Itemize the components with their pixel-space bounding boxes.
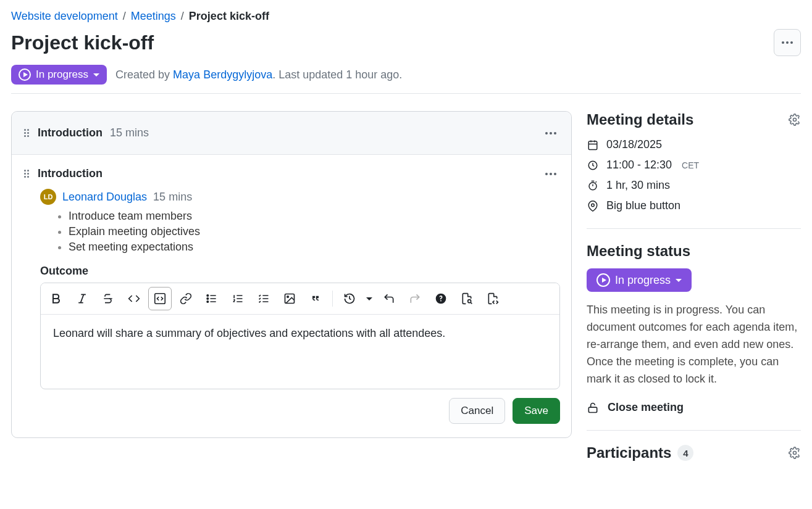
agenda-card: Introduction 15 mins Introduction	[11, 111, 572, 438]
close-meeting-button[interactable]: Close meeting	[587, 401, 801, 414]
code-block-button[interactable]	[148, 287, 172, 310]
list-item: Set meeting expectations	[69, 241, 560, 254]
agenda-header-more[interactable]	[542, 128, 560, 138]
svg-point-9	[207, 298, 209, 300]
help-button[interactable]	[429, 287, 453, 310]
breadcrumb-link-project[interactable]: Website development	[11, 10, 118, 23]
meeting-time: 11:00 - 12:30 CET	[587, 159, 801, 172]
agenda-bullets: Introduce team members Explain meeting o…	[57, 210, 560, 254]
link-button[interactable]	[174, 287, 198, 310]
divider	[587, 430, 801, 431]
status-label: In progress	[36, 68, 88, 81]
meeting-details-heading: Meeting details	[587, 111, 789, 128]
play-circle-icon	[596, 273, 610, 287]
image-icon	[283, 292, 296, 305]
status-label: In progress	[615, 274, 671, 287]
svg-point-18	[287, 296, 289, 298]
quote-icon	[309, 292, 322, 305]
chevron-down-icon	[366, 297, 372, 300]
outcome-textarea[interactable]: Leonard will share a summary of objectiv…	[41, 315, 559, 389]
drag-handle-icon[interactable]	[23, 168, 30, 180]
numbered-list-button[interactable]	[226, 287, 249, 310]
breadcrumb-current: Project kick-off	[189, 10, 269, 23]
file-preview-icon	[461, 292, 473, 305]
strikethrough-icon	[102, 292, 114, 305]
status-dropdown-side[interactable]: In progress	[587, 268, 692, 292]
bullet-list-icon	[206, 292, 218, 305]
svg-point-33	[793, 452, 797, 455]
task-list-button[interactable]	[252, 287, 275, 310]
bold-button[interactable]	[44, 287, 68, 310]
meeting-date: 03/18/2025	[587, 138, 801, 151]
agenda-header: Introduction 15 mins	[12, 112, 571, 155]
meeting-location: Big blue button	[587, 199, 801, 212]
ellipsis-icon	[782, 41, 793, 44]
svg-point-31	[592, 204, 595, 207]
inline-code-button[interactable]	[122, 287, 146, 310]
status-dropdown[interactable]: In progress	[11, 65, 107, 85]
chevron-down-icon	[93, 73, 99, 77]
redo-icon	[409, 292, 421, 305]
task-list-icon	[257, 292, 270, 305]
location-icon	[587, 200, 599, 212]
gear-icon[interactable]	[789, 114, 801, 126]
agenda-header-title: Introduction	[38, 126, 103, 139]
presenter-duration: 15 mins	[153, 191, 192, 204]
svg-line-30	[596, 181, 597, 183]
meeting-duration: 1 hr, 30 mins	[587, 179, 801, 192]
undo-icon	[383, 292, 395, 305]
file-code-icon	[487, 292, 499, 305]
page-title: Project kick-off	[11, 31, 774, 54]
history-button[interactable]	[338, 287, 361, 310]
bullet-list-button[interactable]	[200, 287, 224, 310]
chevron-down-icon	[676, 279, 682, 282]
numbered-list-icon	[232, 292, 244, 305]
outcome-heading: Outcome	[40, 265, 560, 278]
source-button[interactable]	[481, 287, 504, 310]
quote-button[interactable]	[304, 287, 327, 310]
page-more-button[interactable]	[774, 29, 801, 56]
svg-rect-32	[588, 407, 596, 412]
breadcrumb-separator: /	[123, 10, 126, 23]
history-dropdown[interactable]	[364, 287, 375, 310]
toolbar-separator	[332, 291, 333, 307]
creator-link[interactable]: Maya Berdygylyjova	[173, 68, 272, 81]
gear-icon[interactable]	[789, 447, 801, 459]
strikethrough-button[interactable]	[96, 287, 120, 310]
italic-button[interactable]	[70, 287, 94, 310]
calendar-icon	[587, 139, 599, 151]
save-button[interactable]: Save	[513, 398, 560, 424]
svg-point-8	[207, 295, 209, 297]
presenter-link[interactable]: Leonard Douglas	[62, 191, 147, 204]
bold-icon	[50, 292, 62, 305]
timezone-label: CET	[682, 160, 699, 170]
unlock-icon	[587, 402, 599, 414]
preview-button[interactable]	[455, 287, 479, 310]
divider	[587, 228, 801, 229]
drag-handle-icon[interactable]	[23, 128, 30, 139]
cancel-button[interactable]: Cancel	[449, 398, 505, 424]
ellipsis-icon	[545, 173, 556, 175]
participants-count-badge: 4	[677, 445, 693, 461]
meeting-status-heading: Meeting status	[587, 242, 801, 260]
italic-icon	[76, 292, 88, 305]
status-description: This meeting is in progress. You can doc…	[587, 302, 801, 387]
editor-toolbar	[41, 283, 559, 315]
agenda-body-title: Introduction	[38, 167, 103, 180]
meta-created: Created by Maya Berdygylyjova. Last upda…	[115, 68, 402, 81]
clock-icon	[587, 159, 599, 172]
participants-heading: Participants 4	[587, 444, 789, 461]
svg-point-21	[793, 118, 797, 122]
redo-button[interactable]	[403, 287, 427, 310]
list-item: Introduce team members	[69, 210, 560, 223]
breadcrumb-link-meetings[interactable]: Meetings	[131, 10, 176, 23]
agenda-body-more[interactable]	[542, 169, 560, 179]
undo-button[interactable]	[377, 287, 401, 310]
image-button[interactable]	[278, 287, 301, 310]
ellipsis-icon	[545, 132, 556, 134]
code-icon	[128, 292, 140, 305]
play-circle-icon	[19, 68, 31, 81]
stopwatch-icon	[587, 180, 599, 192]
link-icon	[180, 292, 192, 305]
svg-point-20	[468, 300, 471, 303]
